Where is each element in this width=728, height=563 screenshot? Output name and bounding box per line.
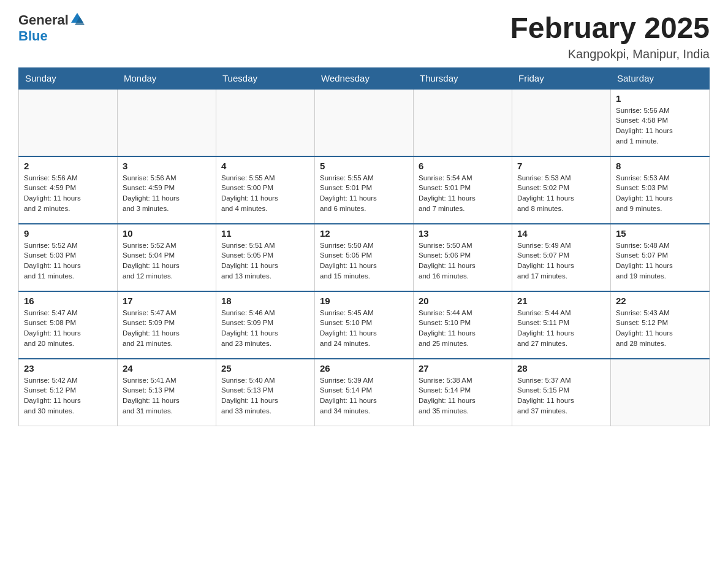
day-info: Sunrise: 5:56 AM Sunset: 4:59 PM Dayligh… (24, 173, 112, 214)
weekday-header-tuesday: Tuesday (216, 67, 315, 89)
weekday-header-saturday: Saturday (611, 67, 710, 89)
day-info: Sunrise: 5:47 AM Sunset: 5:08 PM Dayligh… (24, 308, 112, 349)
calendar-cell (512, 89, 611, 156)
calendar-cell: 14Sunrise: 5:49 AM Sunset: 5:07 PM Dayli… (512, 224, 611, 291)
day-info: Sunrise: 5:53 AM Sunset: 5:02 PM Dayligh… (517, 173, 605, 214)
calendar-cell: 24Sunrise: 5:41 AM Sunset: 5:13 PM Dayli… (118, 359, 216, 426)
day-number: 11 (221, 228, 309, 239)
day-info: Sunrise: 5:45 AM Sunset: 5:10 PM Dayligh… (320, 308, 408, 349)
day-number: 18 (221, 296, 309, 306)
week-row-3: 9Sunrise: 5:52 AM Sunset: 5:03 PM Daylig… (19, 224, 710, 291)
day-number: 3 (123, 161, 211, 171)
calendar-cell: 9Sunrise: 5:52 AM Sunset: 5:03 PM Daylig… (19, 224, 118, 291)
day-number: 10 (123, 228, 211, 239)
day-number: 9 (24, 228, 112, 239)
calendar-cell: 3Sunrise: 5:56 AM Sunset: 4:59 PM Daylig… (118, 156, 216, 224)
day-info: Sunrise: 5:49 AM Sunset: 5:07 PM Dayligh… (517, 240, 605, 282)
day-number: 5 (320, 161, 408, 171)
logo-icon (69, 10, 86, 28)
calendar-cell: 20Sunrise: 5:44 AM Sunset: 5:10 PM Dayli… (414, 291, 512, 359)
day-number: 16 (24, 296, 112, 306)
day-number: 17 (123, 296, 211, 306)
day-info: Sunrise: 5:56 AM Sunset: 4:58 PM Dayligh… (616, 105, 704, 147)
day-number: 23 (24, 363, 112, 373)
week-row-2: 2Sunrise: 5:56 AM Sunset: 4:59 PM Daylig… (19, 156, 710, 224)
weekday-header-friday: Friday (512, 67, 611, 89)
weekday-header-monday: Monday (118, 67, 216, 89)
day-info: Sunrise: 5:37 AM Sunset: 5:15 PM Dayligh… (517, 375, 605, 416)
day-number: 27 (419, 363, 507, 373)
calendar-cell: 23Sunrise: 5:42 AM Sunset: 5:12 PM Dayli… (19, 359, 118, 426)
weekday-header-wednesday: Wednesday (315, 67, 414, 89)
calendar-cell: 22Sunrise: 5:43 AM Sunset: 5:12 PM Dayli… (611, 291, 710, 359)
calendar-cell: 27Sunrise: 5:38 AM Sunset: 5:14 PM Dayli… (414, 359, 512, 426)
calendar-cell: 17Sunrise: 5:47 AM Sunset: 5:09 PM Dayli… (118, 291, 216, 359)
day-number: 8 (616, 161, 704, 171)
day-number: 22 (616, 296, 704, 306)
day-info: Sunrise: 5:50 AM Sunset: 5:06 PM Dayligh… (419, 240, 507, 282)
calendar-cell: 5Sunrise: 5:55 AM Sunset: 5:01 PM Daylig… (315, 156, 414, 224)
calendar-cell (19, 89, 118, 156)
week-row-4: 16Sunrise: 5:47 AM Sunset: 5:08 PM Dayli… (19, 291, 710, 359)
calendar-cell: 21Sunrise: 5:44 AM Sunset: 5:11 PM Dayli… (512, 291, 611, 359)
calendar-cell: 1Sunrise: 5:56 AM Sunset: 4:58 PM Daylig… (611, 89, 710, 156)
weekday-header-sunday: Sunday (19, 67, 118, 89)
day-number: 19 (320, 296, 408, 306)
calendar-cell: 16Sunrise: 5:47 AM Sunset: 5:08 PM Dayli… (19, 291, 118, 359)
day-number: 25 (221, 363, 309, 373)
day-info: Sunrise: 5:41 AM Sunset: 5:13 PM Dayligh… (123, 375, 211, 416)
logo: General Blue (18, 12, 86, 44)
day-number: 14 (517, 228, 605, 239)
day-info: Sunrise: 5:53 AM Sunset: 5:03 PM Dayligh… (616, 173, 704, 214)
title-section: February 2025 Kangpokpi, Manipur, India (510, 12, 710, 61)
calendar-cell: 10Sunrise: 5:52 AM Sunset: 5:04 PM Dayli… (118, 224, 216, 291)
calendar-cell: 12Sunrise: 5:50 AM Sunset: 5:05 PM Dayli… (315, 224, 414, 291)
day-info: Sunrise: 5:52 AM Sunset: 5:03 PM Dayligh… (24, 240, 112, 282)
day-number: 21 (517, 296, 605, 306)
calendar-cell: 26Sunrise: 5:39 AM Sunset: 5:14 PM Dayli… (315, 359, 414, 426)
calendar-cell: 28Sunrise: 5:37 AM Sunset: 5:15 PM Dayli… (512, 359, 611, 426)
day-number: 2 (24, 161, 112, 171)
day-number: 12 (320, 228, 408, 239)
calendar-cell: 11Sunrise: 5:51 AM Sunset: 5:05 PM Dayli… (216, 224, 315, 291)
day-info: Sunrise: 5:44 AM Sunset: 5:10 PM Dayligh… (419, 308, 507, 349)
calendar-cell: 15Sunrise: 5:48 AM Sunset: 5:07 PM Dayli… (611, 224, 710, 291)
day-info: Sunrise: 5:55 AM Sunset: 5:00 PM Dayligh… (221, 173, 309, 214)
day-number: 13 (419, 228, 507, 239)
day-info: Sunrise: 5:54 AM Sunset: 5:01 PM Dayligh… (419, 173, 507, 214)
day-info: Sunrise: 5:52 AM Sunset: 5:04 PM Dayligh… (123, 240, 211, 282)
calendar-cell: 6Sunrise: 5:54 AM Sunset: 5:01 PM Daylig… (414, 156, 512, 224)
day-number: 20 (419, 296, 507, 306)
day-info: Sunrise: 5:44 AM Sunset: 5:11 PM Dayligh… (517, 308, 605, 349)
day-info: Sunrise: 5:43 AM Sunset: 5:12 PM Dayligh… (616, 308, 704, 349)
week-row-1: 1Sunrise: 5:56 AM Sunset: 4:58 PM Daylig… (19, 89, 710, 156)
calendar-cell (315, 89, 414, 156)
day-number: 15 (616, 228, 704, 239)
calendar-table: SundayMondayTuesdayWednesdayThursdayFrid… (18, 67, 710, 427)
calendar-cell (611, 359, 710, 426)
day-info: Sunrise: 5:38 AM Sunset: 5:14 PM Dayligh… (419, 375, 507, 416)
calendar-cell (216, 89, 315, 156)
calendar-cell: 8Sunrise: 5:53 AM Sunset: 5:03 PM Daylig… (611, 156, 710, 224)
calendar-title: February 2025 (510, 12, 710, 45)
calendar-subtitle: Kangpokpi, Manipur, India (510, 47, 710, 61)
day-info: Sunrise: 5:51 AM Sunset: 5:05 PM Dayligh… (221, 240, 309, 282)
calendar-cell: 2Sunrise: 5:56 AM Sunset: 4:59 PM Daylig… (19, 156, 118, 224)
day-number: 4 (221, 161, 309, 171)
day-info: Sunrise: 5:56 AM Sunset: 4:59 PM Dayligh… (123, 173, 211, 214)
calendar-cell: 19Sunrise: 5:45 AM Sunset: 5:10 PM Dayli… (315, 291, 414, 359)
day-number: 7 (517, 161, 605, 171)
calendar-cell: 18Sunrise: 5:46 AM Sunset: 5:09 PM Dayli… (216, 291, 315, 359)
day-info: Sunrise: 5:55 AM Sunset: 5:01 PM Dayligh… (320, 173, 408, 214)
day-info: Sunrise: 5:50 AM Sunset: 5:05 PM Dayligh… (320, 240, 408, 282)
day-info: Sunrise: 5:39 AM Sunset: 5:14 PM Dayligh… (320, 375, 408, 416)
calendar-cell: 4Sunrise: 5:55 AM Sunset: 5:00 PM Daylig… (216, 156, 315, 224)
calendar-cell: 13Sunrise: 5:50 AM Sunset: 5:06 PM Dayli… (414, 224, 512, 291)
day-info: Sunrise: 5:48 AM Sunset: 5:07 PM Dayligh… (616, 240, 704, 282)
day-number: 26 (320, 363, 408, 373)
day-number: 28 (517, 363, 605, 373)
day-info: Sunrise: 5:42 AM Sunset: 5:12 PM Dayligh… (24, 375, 112, 416)
day-number: 24 (123, 363, 211, 373)
page-header: General Blue February 2025 Kangpokpi, Ma… (18, 12, 710, 61)
logo-text-general: General (18, 12, 69, 28)
